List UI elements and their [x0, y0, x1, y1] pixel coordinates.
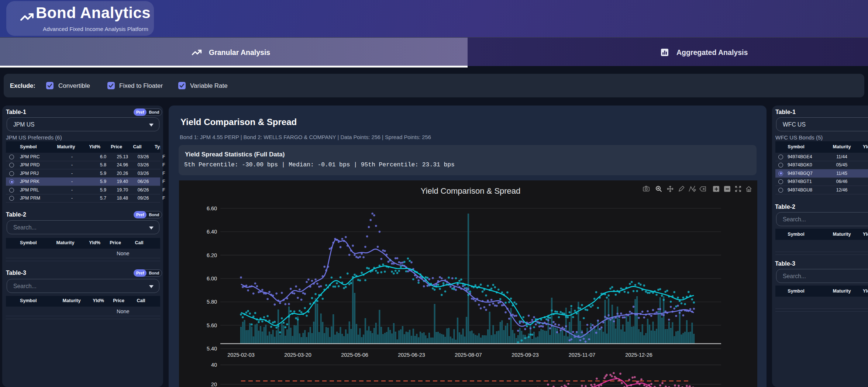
svg-text:6.20: 6.20 [207, 252, 217, 258]
svg-text:2025-11-07: 2025-11-07 [569, 352, 596, 358]
svg-text:6.40: 6.40 [207, 229, 217, 235]
svg-text:6.00: 6.00 [207, 276, 217, 281]
svg-text:2025-02-03: 2025-02-03 [227, 352, 255, 358]
svg-text:2025-08-07: 2025-08-07 [455, 352, 482, 358]
svg-text:40: 40 [211, 362, 217, 368]
svg-text:6.60: 6.60 [207, 205, 217, 211]
svg-text:2025-09-23: 2025-09-23 [512, 352, 539, 358]
svg-text:5.40: 5.40 [207, 346, 217, 352]
svg-text:2025-06-23: 2025-06-23 [398, 352, 425, 358]
svg-text:5.60: 5.60 [207, 322, 217, 328]
svg-text:Yield Comparison & Spread: Yield Comparison & Spread [421, 186, 521, 196]
svg-text:2025-05-06: 2025-05-06 [341, 352, 368, 358]
svg-text:5.80: 5.80 [207, 299, 217, 305]
svg-text:2025-12-26: 2025-12-26 [625, 352, 652, 358]
svg-text:20: 20 [211, 381, 217, 387]
svg-text:2025-03-20: 2025-03-20 [284, 352, 311, 358]
